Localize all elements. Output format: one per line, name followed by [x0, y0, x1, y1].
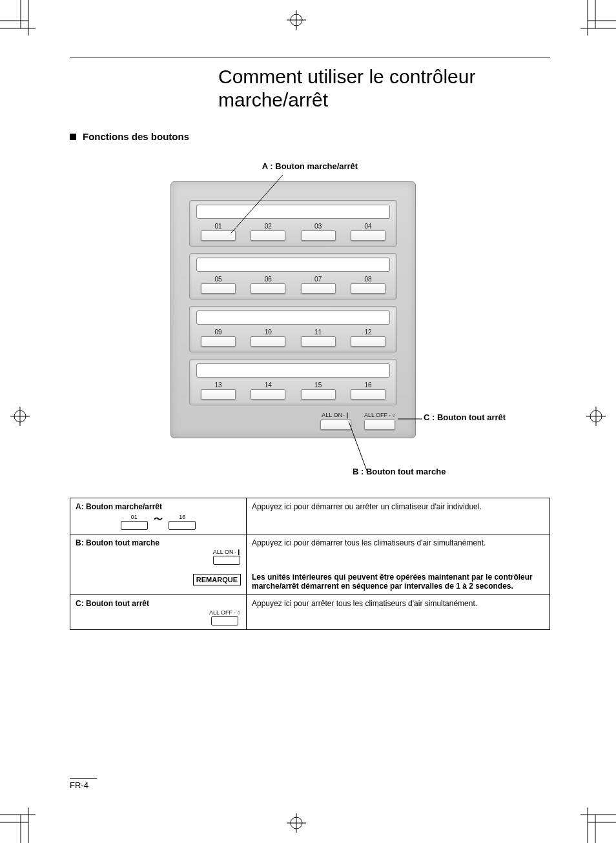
- unit-number-label: 01: [196, 223, 240, 230]
- lcd-strip: [196, 258, 390, 272]
- all-on-mini-icon: ALL ON: [213, 549, 241, 565]
- row-a-name: A: Bouton marche/arrêt: [76, 502, 241, 511]
- unit-button-12[interactable]: [351, 336, 385, 347]
- unit-number-label: 02: [246, 223, 290, 230]
- unit-05: 05: [196, 276, 240, 294]
- unit-01: 01: [196, 223, 240, 241]
- unit-07: 07: [296, 276, 340, 294]
- unit-14: 14: [246, 381, 290, 400]
- row-b-note: Les unités intérieures qui peuvent être …: [247, 569, 550, 595]
- top-rule: [70, 57, 550, 57]
- unit-number-label: 08: [346, 276, 390, 283]
- unit-button-15[interactable]: [301, 389, 336, 400]
- range-to-icon: 16: [169, 514, 196, 530]
- page-title-line1: Comment utiliser le contrôleur: [218, 65, 550, 88]
- all-off-label: ALL OFF: [364, 412, 396, 418]
- unit-12: 12: [346, 329, 390, 347]
- unit-number-label: 05: [196, 276, 240, 283]
- unit-button-14[interactable]: [251, 389, 285, 400]
- unit-number-label: 14: [246, 381, 290, 389]
- unit-10: 10: [246, 329, 290, 347]
- square-bullet-icon: [70, 134, 76, 140]
- unit-number-label: 04: [346, 223, 390, 230]
- note-box: REMARQUE: [193, 574, 241, 585]
- unit-button-03[interactable]: [301, 230, 336, 241]
- unit-button-08[interactable]: [351, 283, 385, 294]
- mini-button-icon: [213, 556, 240, 565]
- table-row: A: Bouton marche/arrêt 01 〜 16 Appuyez i…: [70, 498, 550, 534]
- button-row-group: 13141516: [189, 359, 397, 405]
- unit-04: 04: [346, 223, 390, 241]
- unit-06: 06: [246, 276, 290, 294]
- unit-button-13[interactable]: [201, 389, 236, 400]
- row-b-name: B: Bouton tout marche: [76, 538, 159, 547]
- unit-number-label: 07: [296, 276, 340, 283]
- table-row: REMARQUE Les unités intérieures qui peuv…: [70, 569, 550, 595]
- all-off-mini-label: ALL OFF: [209, 609, 241, 616]
- row-c-desc: Appuyez ici pour arrêter tous les climat…: [247, 595, 550, 630]
- page-number: FR-4: [70, 780, 88, 790]
- callout-c-label: C : Bouton tout arrêt: [424, 412, 506, 422]
- section-heading: Fonctions des boutons: [70, 131, 550, 142]
- unit-number-label: 09: [196, 329, 240, 336]
- all-on-group: ALL ON: [320, 412, 351, 430]
- tilde-icon: 〜: [154, 514, 163, 525]
- unit-button-10[interactable]: [251, 336, 285, 347]
- callout-a-label: A : Bouton marche/arrêt: [70, 161, 550, 171]
- unit-button-01[interactable]: [201, 230, 236, 241]
- unit-number-label: 16: [346, 381, 390, 389]
- button-row-group: 05060708: [189, 253, 397, 300]
- row-c-name: C: Bouton tout arrêt: [76, 599, 149, 608]
- row-a-desc: Appuyez ici pour démarrer ou arrêter un …: [247, 498, 550, 534]
- all-on-mini-label: ALL ON: [213, 549, 241, 555]
- unit-number-label: 11: [296, 329, 340, 336]
- unit-button-07[interactable]: [301, 283, 336, 294]
- unit-button-06[interactable]: [251, 283, 285, 294]
- unit-number-label: 12: [346, 329, 390, 336]
- page-title-line2: marche/arrêt: [218, 88, 550, 112]
- mini-button-icon: [121, 521, 148, 530]
- unit-02: 02: [246, 223, 290, 241]
- unit-button-09[interactable]: [201, 336, 236, 347]
- unit-button-16[interactable]: [351, 389, 385, 400]
- page-footer: FR-4: [70, 778, 97, 790]
- all-on-label: ALL ON: [322, 412, 349, 418]
- unit-button-02[interactable]: [251, 230, 285, 241]
- unit-button-05[interactable]: [201, 283, 236, 294]
- all-off-group: ALL OFF: [364, 412, 396, 430]
- unit-number-label: 15: [296, 381, 340, 389]
- unit-button-11[interactable]: [301, 336, 336, 347]
- button-row-group: 01020304: [189, 200, 397, 247]
- section-heading-text: Fonctions des boutons: [83, 131, 189, 142]
- unit-13: 13: [196, 381, 240, 400]
- lcd-strip: [196, 363, 390, 378]
- button-row-group: 09101112: [189, 306, 397, 352]
- unit-08: 08: [346, 276, 390, 294]
- table-row: C: Bouton tout arrêt ALL OFF Appuyez ici…: [70, 595, 550, 630]
- all-off-button[interactable]: [364, 420, 395, 430]
- unit-number-label: 10: [246, 329, 290, 336]
- unit-03: 03: [296, 223, 340, 241]
- mini-button-icon: [211, 616, 238, 625]
- unit-number-label: 03: [296, 223, 340, 230]
- controller-panel: 01020304050607080910111213141516 ALL ON …: [170, 181, 416, 438]
- all-on-button[interactable]: [320, 420, 351, 430]
- range-from-icon: 01: [121, 514, 148, 530]
- row-b-desc: Appuyez ici pour démarrer tous les clima…: [247, 534, 550, 569]
- table-row: B: Bouton tout marche ALL ON Appuyez ici…: [70, 534, 550, 569]
- range-to-num: 16: [169, 514, 196, 520]
- unit-button-04[interactable]: [351, 230, 385, 241]
- unit-09: 09: [196, 329, 240, 347]
- all-off-mini-icon: ALL OFF: [209, 609, 241, 625]
- lcd-strip: [196, 310, 390, 325]
- range-from-num: 01: [121, 514, 148, 520]
- lcd-strip: [196, 205, 390, 219]
- unit-16: 16: [346, 381, 390, 400]
- unit-15: 15: [296, 381, 340, 400]
- mini-button-icon: [169, 521, 196, 530]
- unit-11: 11: [296, 329, 340, 347]
- unit-number-label: 13: [196, 381, 240, 389]
- callout-b-label: B : Bouton tout marche: [353, 467, 446, 476]
- definitions-table: A: Bouton marche/arrêt 01 〜 16 Appuyez i…: [70, 498, 550, 630]
- unit-number-label: 06: [246, 276, 290, 283]
